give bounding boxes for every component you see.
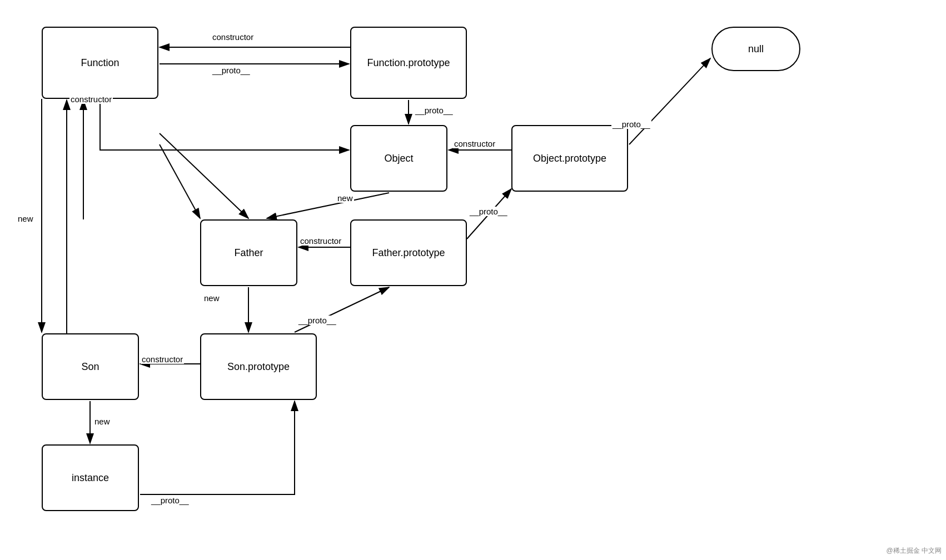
label-new-f2-sp: new	[203, 293, 221, 303]
object-prototype-label: Object.prototype	[533, 153, 606, 164]
label-proto-sp-fp: __proto__	[297, 316, 337, 325]
null-node: null	[711, 27, 800, 71]
null-label: null	[748, 43, 764, 55]
label-constructor-sp-son: constructor	[141, 354, 184, 364]
label-constructor-op-o: constructor	[453, 139, 496, 148]
label-proto-f-fp: __proto__	[211, 66, 251, 75]
label-constructor-fp-f: constructor	[211, 32, 255, 42]
object-node: Object	[350, 125, 447, 192]
svg-line-16	[160, 133, 248, 218]
father-label: Father	[234, 247, 263, 259]
label-proto-fp2-op: __proto__	[469, 207, 509, 216]
label-proto-fp-o: __proto__	[414, 106, 454, 115]
function-prototype-label: Function.prototype	[367, 57, 450, 69]
object-prototype-node: Object.prototype	[511, 125, 628, 192]
label-constructor-son-f: constructor	[69, 94, 113, 104]
instance-label: instance	[72, 472, 109, 484]
diagram: Function Function.prototype Object Objec…	[0, 0, 946, 560]
svg-line-6	[629, 58, 710, 144]
son-prototype-node: Son.prototype	[200, 333, 317, 400]
label-constructor-fp2-f: constructor	[299, 236, 342, 246]
son-node: Son	[42, 333, 139, 400]
watermark: @稀土掘金 中文网	[886, 546, 942, 556]
son-label: Son	[81, 361, 99, 373]
svg-line-10	[267, 193, 389, 218]
instance-node: instance	[42, 444, 139, 511]
label-proto-op-null: __proto__	[611, 119, 651, 129]
function-label: Function	[81, 57, 119, 69]
object-label: Object	[384, 153, 413, 164]
svg-line-17	[160, 144, 200, 218]
son-prototype-label: Son.prototype	[227, 361, 290, 373]
label-proto-inst-sp: __proto__	[150, 496, 190, 505]
father-prototype-node: Father.prototype	[350, 219, 467, 286]
label-new-o-father: new	[336, 193, 354, 203]
father-node: Father	[200, 219, 297, 286]
svg-line-15	[295, 287, 389, 332]
label-new-son-inst: new	[93, 417, 111, 426]
father-prototype-label: Father.prototype	[372, 247, 445, 259]
label-new-f-son: new	[17, 214, 34, 223]
function-node: Function	[42, 27, 158, 99]
function-prototype-node: Function.prototype	[350, 27, 467, 99]
